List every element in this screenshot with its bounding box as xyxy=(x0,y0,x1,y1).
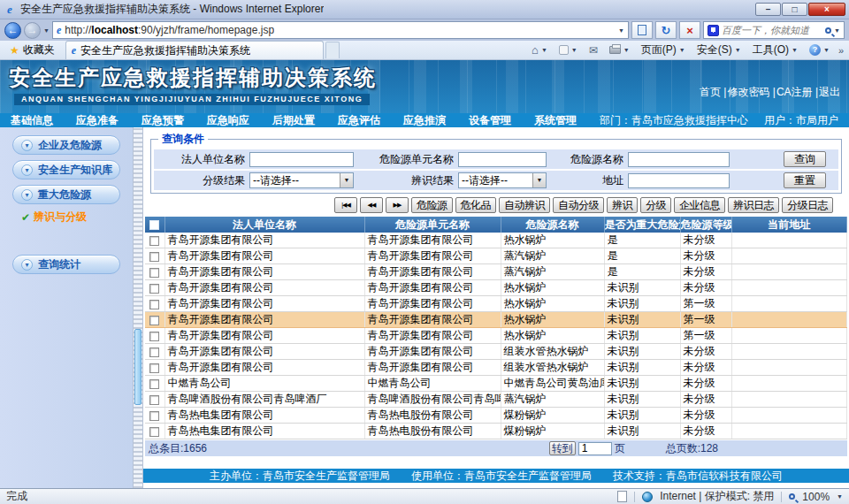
browser-tab[interactable]: e 安全生产应急救援指挥辅助决策系统 xyxy=(65,41,324,59)
row-checkbox[interactable] xyxy=(149,347,159,357)
search-input[interactable] xyxy=(722,25,822,35)
tools-menu-button[interactable]: 工具(O)▼ xyxy=(747,42,803,59)
first-page-button[interactable]: |◀◀ xyxy=(334,197,357,213)
row-checkbox[interactable] xyxy=(149,316,159,325)
sidebar-group-stats-button[interactable]: ▾ 查询统计 xyxy=(12,255,120,274)
table-row[interactable]: 青岛开源集团有限公司 青岛开源集团有限公司 组装水管热水锅炉 未识别 未分级 xyxy=(145,344,847,360)
sidebar-group-button[interactable]: ▾ 企业及危险源 xyxy=(12,135,120,155)
hazard-unit-input[interactable] xyxy=(458,152,547,167)
table-row[interactable]: 青岛热电集团有限公司 青岛热电股份有限公司 煤粉锅炉 未识别 未分级 xyxy=(145,408,847,424)
print-button[interactable]: ▼ xyxy=(604,42,635,59)
nav-menu-item[interactable]: 应急预警 xyxy=(142,113,184,128)
nav-menu-item[interactable]: 基础信息 xyxy=(11,113,53,128)
home-button[interactable]: ⌂▼ xyxy=(526,42,553,59)
help-button[interactable]: ?▼ xyxy=(804,42,835,59)
row-checkbox[interactable] xyxy=(149,427,159,437)
table-row[interactable]: 青岛开源集团有限公司 青岛开源集团有限公司 蒸汽锅炉 是 未分级 xyxy=(145,248,847,264)
header-link[interactable]: CA注册 xyxy=(769,86,812,98)
row-checkbox[interactable] xyxy=(149,252,159,262)
address-input[interactable]: e http://localhost:90/yjzh/frame/homepag… xyxy=(52,21,629,39)
safety-menu-button[interactable]: 安全(S)▼ xyxy=(692,42,746,59)
feed-button[interactable]: ▼ xyxy=(554,42,583,59)
toolbar-action-button[interactable]: 辨识 xyxy=(607,197,638,213)
favorites-button[interactable]: ★ 收藏夹 xyxy=(3,42,62,59)
row-checkbox[interactable] xyxy=(149,395,159,405)
address-input[interactable] xyxy=(628,173,730,188)
new-tab-stub[interactable] xyxy=(325,42,340,58)
table-row[interactable]: 青岛开源集团有限公司 青岛开源集团有限公司 热水锅炉 未识别 未分级 xyxy=(145,280,847,296)
header-link[interactable]: 修改密码 xyxy=(721,86,769,98)
nav-menu-item[interactable]: 应急评估 xyxy=(338,113,380,128)
nav-menu-item[interactable]: 系统管理 xyxy=(534,113,577,128)
table-row[interactable]: 青岛开源集团有限公司 青岛开源集团有限公司 热水锅炉 是 未分级 xyxy=(145,233,847,248)
page-number-input[interactable] xyxy=(578,442,612,455)
column-header[interactable]: 法人单位名称 xyxy=(164,217,364,233)
goto-page-button[interactable]: 转到 xyxy=(549,441,576,455)
select-all-checkbox[interactable] xyxy=(149,220,159,230)
query-button[interactable]: 查询 xyxy=(784,151,826,167)
toolbar-action-button[interactable]: 企业信息 xyxy=(674,197,725,213)
window-minimize-button[interactable]: – xyxy=(755,3,781,16)
table-row[interactable]: 中燃青岛公司 中燃青岛公司 中燃青岛公司黄岛油库锅炉 未识别 未分级 xyxy=(145,376,847,392)
table-row[interactable]: 青岛开源集团有限公司 青岛开源集团有限公司 组装水管热水锅炉 未识别 未分级 xyxy=(145,360,847,376)
table-row[interactable]: 青岛开源集团有限公司 青岛开源集团有限公司 热水锅炉 未识别 第一级 xyxy=(145,296,847,312)
column-header[interactable]: 危险源名称 xyxy=(501,217,604,233)
toolbar-action-button[interactable]: 辨识日志 xyxy=(728,197,779,213)
read-mail-button[interactable]: ✉ xyxy=(584,42,603,59)
table-row[interactable]: 青岛开源集团有限公司 青岛开源集团有限公司 热水锅炉 未识别 第一级 xyxy=(145,312,847,328)
sidebar-group-button[interactable]: ▾ 安全生产知识库 xyxy=(12,160,120,179)
row-checkbox[interactable] xyxy=(149,411,159,421)
identify-result-select[interactable]: --请选择--▼ xyxy=(458,172,547,188)
row-checkbox[interactable] xyxy=(149,332,159,341)
next-page-button[interactable]: ▶▶ xyxy=(386,197,409,213)
header-link[interactable]: 首页 xyxy=(700,86,721,98)
toolbar-action-button[interactable]: 分级 xyxy=(640,197,671,213)
window-maximize-button[interactable]: □ xyxy=(782,3,807,16)
pane-splitter[interactable] xyxy=(133,127,143,488)
grade-result-select[interactable]: --请选择--▼ xyxy=(249,172,354,188)
search-dropdown-icon[interactable]: ▼ xyxy=(834,27,840,34)
nav-menu-item[interactable]: 应急推演 xyxy=(403,113,446,128)
stop-button[interactable]: × xyxy=(679,21,700,39)
row-checkbox[interactable] xyxy=(149,236,159,246)
forward-button[interactable]: → xyxy=(24,22,41,39)
compatibility-view-button[interactable] xyxy=(631,21,653,39)
column-header[interactable]: 危险源等级 xyxy=(680,217,731,233)
table-row[interactable]: 青岛热电集团有限公司 青岛热电股份有限公司 煤粉锅炉 未识别 未分级 xyxy=(145,424,847,439)
corp-name-input[interactable] xyxy=(249,152,354,167)
hazard-name-input[interactable] xyxy=(628,152,730,167)
toolbar-action-button[interactable]: 自动辨识 xyxy=(499,197,550,213)
nav-menu-item[interactable]: 设备管理 xyxy=(469,113,511,128)
zoom-icon[interactable] xyxy=(789,493,795,500)
page-menu-button[interactable]: 页面(P)▼ xyxy=(636,42,691,59)
column-header[interactable]: 当前地址 xyxy=(731,217,847,233)
toolbar-action-button[interactable]: 危险源 xyxy=(411,197,453,213)
zoom-dropdown-icon[interactable]: ▼ xyxy=(837,493,843,500)
toolbar-action-button[interactable]: 分级日志 xyxy=(782,197,833,213)
nav-menu-item[interactable]: 应急准备 xyxy=(76,113,119,128)
toolbar-action-button[interactable]: 自动分级 xyxy=(553,197,604,213)
history-dropdown-icon[interactable]: ▼ xyxy=(43,27,50,34)
sidebar-item-identify-grade[interactable]: ✔ 辨识与分级 xyxy=(21,210,133,225)
nav-menu-item[interactable]: 应急响应 xyxy=(207,113,249,128)
splitter-handle[interactable] xyxy=(134,329,142,405)
window-close-button[interactable]: × xyxy=(808,3,845,16)
toolbar-action-button[interactable]: 危化品 xyxy=(455,197,497,213)
column-header[interactable]: 危险源单元名称 xyxy=(364,217,501,233)
table-row[interactable]: 青岛啤酒股份有限公司青岛啤酒厂 青岛啤酒股份有限公司青岛啤酒厂 蒸汽锅炉 未识别… xyxy=(145,392,847,408)
address-dropdown-icon[interactable]: ▼ xyxy=(618,27,624,34)
nav-menu-item[interactable]: 后期处置 xyxy=(272,113,315,128)
column-header[interactable]: 是否为重大危险源 xyxy=(604,217,680,233)
table-row[interactable]: 青岛开源集团有限公司 青岛开源集团有限公司 蒸汽锅炉 是 未分级 xyxy=(145,264,847,280)
search-icon[interactable] xyxy=(825,27,831,34)
table-row[interactable]: 青岛开源集团有限公司 青岛开源集团有限公司 热水锅炉 未识别 第一级 xyxy=(145,328,847,344)
prev-page-button[interactable]: ◀◀ xyxy=(360,197,383,213)
row-checkbox[interactable] xyxy=(149,379,159,389)
row-checkbox[interactable] xyxy=(149,300,159,309)
sidebar-group-button[interactable]: ▾ 重大危险源 xyxy=(12,185,120,204)
back-button[interactable]: ← xyxy=(4,22,21,39)
row-checkbox[interactable] xyxy=(149,284,159,294)
header-link[interactable]: 退出 xyxy=(813,86,840,98)
overflow-chevron-icon[interactable]: » xyxy=(836,45,846,56)
row-checkbox[interactable] xyxy=(149,268,159,278)
